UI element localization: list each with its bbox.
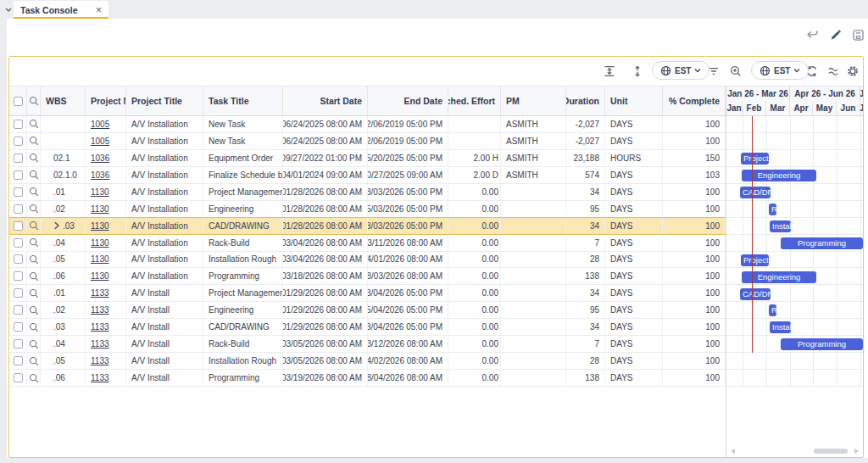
- row-checkbox[interactable]: [14, 356, 23, 365]
- row-checkbox[interactable]: [14, 170, 23, 180]
- row-checkbox[interactable]: [14, 271, 23, 281]
- search-icon[interactable]: [29, 96, 39, 106]
- fit-row-height-icon[interactable]: [604, 65, 615, 77]
- row-checkbox[interactable]: [14, 204, 23, 214]
- tabs-chevron-icon[interactable]: [4, 7, 13, 14]
- project-no-link[interactable]: 1133: [91, 288, 109, 298]
- project-no-link[interactable]: 1133: [91, 322, 109, 332]
- gantt-bar[interactable]: Rack-Build: [769, 304, 776, 316]
- edit-button[interactable]: [828, 29, 842, 42]
- search-icon[interactable]: [29, 204, 39, 214]
- gantt-bar[interactable]: Project Management: [741, 153, 769, 165]
- tab-close-icon[interactable]: ×: [96, 5, 102, 15]
- table-row[interactable]: .051130A/V InstallationInstallation Roug…: [9, 252, 726, 269]
- save-button[interactable]: [851, 29, 865, 42]
- gantt-bar[interactable]: Rack-Build: [769, 204, 776, 215]
- row-checkbox[interactable]: [14, 305, 23, 315]
- project-no-link[interactable]: 1133: [91, 356, 109, 365]
- gantt-bar[interactable]: Installation Rough: [770, 220, 791, 232]
- row-checkbox[interactable]: [14, 120, 23, 129]
- gantt-bar[interactable]: Installation Rough: [770, 321, 791, 333]
- row-checkbox[interactable]: [14, 254, 23, 264]
- search-icon[interactable]: [29, 288, 39, 298]
- gantt-bar[interactable]: CAD/DRAWING: [740, 288, 771, 300]
- search-icon[interactable]: [29, 136, 39, 146]
- table-row[interactable]: 1005A/V InstallationNew Task06/24/2025 0…: [9, 116, 726, 133]
- table-row[interactable]: 1005A/V InstallationNew Task06/24/2025 0…: [9, 133, 726, 150]
- row-checkbox[interactable]: [14, 187, 23, 197]
- search-icon[interactable]: [29, 153, 39, 163]
- undo-button[interactable]: [805, 29, 819, 42]
- gantt-bar[interactable]: Project Management: [741, 254, 769, 266]
- project-no-link[interactable]: 1130: [91, 204, 109, 214]
- filter-icon[interactable]: [708, 65, 720, 77]
- table-row[interactable]: .031130A/V InstallationCAD/DRAWING01/28/…: [9, 218, 726, 235]
- table-row[interactable]: .021133A/V InstallEngineering01/29/2026 …: [9, 302, 726, 319]
- gantt-horizontal-scrollbar[interactable]: [729, 448, 860, 455]
- tab-task-console[interactable]: Task Console ×: [14, 1, 108, 19]
- search-icon[interactable]: [29, 170, 39, 180]
- table-row[interactable]: .061133A/V InstallProgramming03/19/2026 …: [9, 370, 726, 387]
- scrollbar-thumb[interactable]: [814, 449, 848, 454]
- project-no-link[interactable]: 1130: [91, 238, 109, 248]
- expand-rows-icon[interactable]: [632, 65, 643, 77]
- project-no-link[interactable]: 1005: [91, 137, 109, 146]
- row-checkbox[interactable]: [14, 288, 23, 298]
- gantt-bar[interactable]: Engineering: [742, 170, 816, 181]
- project-no-link[interactable]: 1130: [91, 187, 109, 197]
- table-row[interactable]: .061130A/V InstallationProgramming03/18/…: [9, 268, 726, 285]
- timezone-selector-right[interactable]: EST: [751, 61, 809, 80]
- project-no-link[interactable]: 1036: [91, 170, 109, 180]
- curves-view-icon[interactable]: [827, 65, 839, 77]
- gantt-bar[interactable]: CAD/DRAWING: [740, 187, 771, 198]
- table-row[interactable]: 02.1.01036A/V InstallationFinalize Sched…: [9, 167, 726, 184]
- project-no-link[interactable]: 1130: [91, 254, 109, 264]
- search-icon[interactable]: [29, 237, 39, 248]
- table-row[interactable]: .041130A/V InstallationRack-Build03/04/2…: [9, 235, 726, 252]
- search-icon[interactable]: [29, 339, 39, 349]
- row-checkbox[interactable]: [14, 373, 23, 382]
- row-checkbox[interactable]: [14, 137, 23, 146]
- row-checkbox[interactable]: [14, 339, 23, 349]
- scroll-right-arrow-icon[interactable]: [854, 449, 859, 454]
- project-no-link[interactable]: 1036: [91, 153, 109, 163]
- table-row[interactable]: .031133A/V InstallCAD/DRAWING01/29/2026 …: [9, 319, 726, 336]
- project-no-link[interactable]: 1130: [91, 271, 109, 281]
- search-icon[interactable]: [29, 220, 39, 231]
- settings-gear-icon[interactable]: [847, 65, 859, 77]
- project-no-link[interactable]: 1133: [91, 373, 109, 382]
- search-icon[interactable]: [29, 305, 39, 315]
- search-icon[interactable]: [29, 373, 39, 383]
- row-expander-icon[interactable]: [53, 221, 60, 230]
- table-row[interactable]: .041133A/V InstallRack-Build03/05/2026 0…: [9, 336, 726, 353]
- zoom-in-icon[interactable]: [730, 65, 742, 77]
- scroll-left-arrow-icon[interactable]: [731, 449, 735, 454]
- search-icon[interactable]: [29, 271, 39, 282]
- project-no-link[interactable]: 1133: [91, 305, 109, 315]
- gantt-bar[interactable]: Engineering: [742, 271, 816, 283]
- cell-wbs: [41, 133, 86, 149]
- search-icon[interactable]: [29, 119, 39, 129]
- cell-search: [27, 285, 41, 301]
- table-row[interactable]: .021130A/V InstallationEngineering01/28/…: [9, 201, 726, 218]
- row-checkbox[interactable]: [14, 322, 23, 332]
- search-icon[interactable]: [29, 356, 39, 366]
- gantt-bar[interactable]: Programming: [781, 338, 863, 350]
- row-checkbox[interactable]: [14, 221, 23, 231]
- timezone-selector-left[interactable]: EST: [652, 61, 709, 80]
- select-all-checkbox[interactable]: [14, 97, 23, 106]
- search-icon[interactable]: [29, 322, 39, 332]
- project-no-link[interactable]: 1133: [91, 339, 109, 349]
- table-row[interactable]: .011133A/V InstallProject Management01/2…: [9, 285, 726, 302]
- search-icon[interactable]: [29, 187, 39, 197]
- row-checkbox[interactable]: [14, 238, 23, 248]
- project-no-link[interactable]: 1130: [91, 221, 109, 231]
- gantt-bar[interactable]: Programming: [781, 237, 863, 249]
- refresh-icon[interactable]: [806, 65, 818, 77]
- row-checkbox[interactable]: [14, 153, 23, 163]
- table-row[interactable]: 02.11036A/V InstallationEquipment Order0…: [9, 150, 726, 167]
- project-no-link[interactable]: 1005: [91, 120, 109, 129]
- table-row[interactable]: .011130A/V InstallationProject Managemen…: [9, 184, 726, 201]
- search-icon[interactable]: [29, 254, 39, 265]
- table-row[interactable]: .051133A/V InstallInstallation Rough03/0…: [9, 353, 726, 370]
